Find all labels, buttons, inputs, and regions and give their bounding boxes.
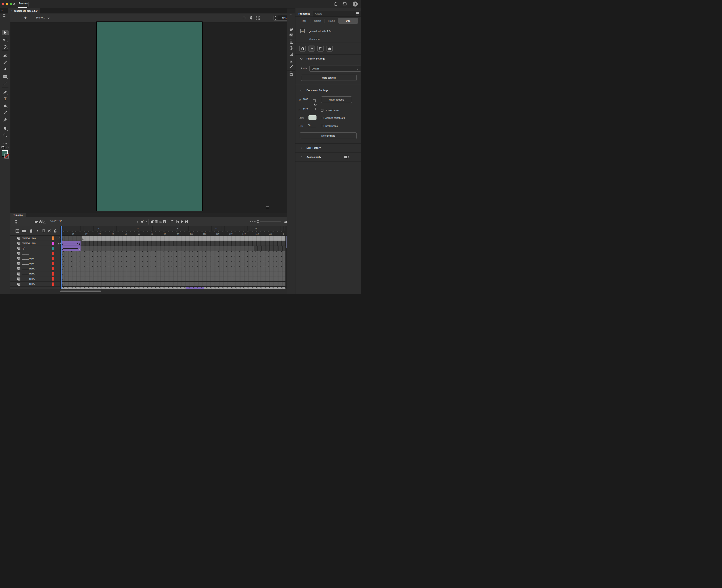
pasteboard[interactable] (10, 22, 287, 213)
document-settings-header[interactable]: Document Settings (306, 89, 328, 92)
frame-span[interactable] (61, 271, 285, 276)
layer-hidden-icon[interactable] (58, 242, 61, 245)
zoom-tool[interactable] (3, 133, 8, 138)
frame-span[interactable] (61, 276, 285, 281)
frame-span[interactable] (186, 287, 204, 289)
rectangle-tool[interactable] (3, 74, 8, 79)
selection-tool[interactable] (2, 30, 9, 35)
new-layer-icon[interactable] (16, 229, 19, 233)
swf-history-chevron-icon[interactable] (300, 147, 303, 149)
accessibility-toggle[interactable] (344, 156, 349, 158)
tab-timeline[interactable]: Timeline (10, 213, 26, 217)
tools-panel-menu-icon[interactable] (3, 14, 5, 17)
accessibility-header[interactable]: Accessibility (306, 156, 321, 158)
timeline-vertical-scrollbar[interactable] (285, 236, 287, 289)
onion-skin-outlines-icon[interactable] (154, 219, 158, 224)
width-input[interactable]: 1080 (303, 98, 311, 101)
layer-name[interactable]: ______copy (22, 257, 34, 260)
library-panel-icon[interactable] (289, 60, 293, 64)
dock-drag-handle-4[interactable] (290, 71, 293, 72)
timeline-zoom-slider-track[interactable] (260, 222, 281, 222)
loop-range-icon[interactable] (162, 219, 167, 224)
onion-skin-icon[interactable] (150, 219, 154, 224)
highlight-column-icon[interactable] (37, 230, 38, 231)
apply-pasteboard-checkbox[interactable] (321, 117, 323, 120)
layer-name[interactable]: ______copy... (22, 273, 35, 275)
track-row[interactable] (61, 241, 285, 246)
tab-assets[interactable]: Assets (312, 11, 325, 17)
height-input[interactable]: 1920 (303, 108, 311, 111)
reset-colors-icon[interactable] (6, 146, 9, 149)
rotate-view-icon[interactable] (249, 16, 253, 20)
scenes-panel-icon[interactable] (289, 72, 293, 77)
track-row[interactable] (61, 281, 285, 287)
text-tool[interactable]: T (3, 97, 8, 102)
more-tools-icon[interactable] (3, 141, 8, 146)
track-row[interactable] (61, 276, 285, 281)
frame-span[interactable] (82, 236, 285, 240)
frame-span[interactable] (61, 251, 285, 256)
dock-drag-handle-2[interactable] (290, 39, 293, 40)
stage-color-swatch[interactable] (309, 115, 317, 120)
frame-rate-value[interactable]: 30.00FPS (50, 220, 59, 223)
timeline-horizontal-scrollbar[interactable] (10, 290, 287, 293)
match-contents-button[interactable]: Match contents (321, 97, 352, 103)
frame-span[interactable] (81, 246, 254, 251)
layer-row[interactable]: narrative_icon (10, 241, 60, 246)
stroke-color-swatch[interactable] (4, 153, 9, 159)
macos-close-button[interactable] (2, 3, 4, 5)
macos-zoom-button[interactable] (10, 3, 12, 5)
track-row[interactable] (61, 251, 285, 256)
layer-view-options-icon[interactable] (14, 219, 18, 224)
layer-row[interactable]: ______copy (10, 256, 60, 261)
properties-panel-menu-icon[interactable] (356, 13, 359, 16)
layer-name[interactable]: narrative_icon (22, 242, 36, 244)
align-panel-icon[interactable] (289, 41, 293, 45)
home-icon[interactable] (13, 2, 16, 6)
classic-brush-tool[interactable] (3, 60, 8, 65)
zoom-stepper[interactable] (274, 15, 277, 21)
hand-tool[interactable] (3, 126, 8, 131)
motion-tween-span[interactable] (61, 246, 81, 251)
macos-minimize-button[interactable] (6, 3, 8, 5)
outline-column-icon[interactable] (43, 229, 44, 232)
frame-span[interactable] (61, 287, 186, 289)
next-keyframe-icon[interactable] (145, 221, 147, 223)
layer-name[interactable]: ______copy... (22, 283, 35, 285)
color-panel-icon[interactable] (289, 27, 293, 31)
layer-name[interactable]: ______copy... (22, 278, 35, 280)
scale-content-checkbox[interactable] (321, 109, 323, 112)
camera-icon[interactable] (34, 219, 39, 224)
publish-settings-chevron-icon[interactable] (300, 58, 303, 60)
context-tab-tool[interactable]: Tool (298, 18, 309, 24)
frame-span[interactable] (61, 256, 285, 261)
info-panel-icon[interactable] (289, 46, 293, 50)
lasso-tool[interactable] (3, 44, 8, 49)
swatches-panel-icon[interactable] (289, 33, 293, 37)
layer-name[interactable]: ______copy... (22, 268, 35, 270)
dock-drag-handle[interactable] (290, 14, 293, 15)
timeline-zoom-out-icon[interactable] (254, 222, 255, 222)
layer-row[interactable]: ______copy... (10, 281, 60, 287)
frame-span[interactable] (61, 236, 82, 240)
track-row[interactable] (61, 266, 285, 271)
keyframe[interactable] (79, 249, 80, 250)
frame-span[interactable] (61, 281, 285, 287)
timeline-zoom-fit-icon[interactable] (283, 219, 288, 224)
layer-hidden-icon[interactable] (58, 237, 61, 239)
context-tab-frame[interactable]: Frame (326, 18, 337, 24)
context-tab-object[interactable]: Object (312, 18, 324, 24)
scale-spans-checkbox[interactable] (321, 125, 323, 127)
layer-row[interactable]: ______copy... (10, 276, 60, 281)
accessibility-chevron-icon[interactable] (300, 156, 303, 158)
keyframe[interactable] (79, 244, 80, 245)
asset-warp-pin-tool[interactable] (3, 117, 8, 122)
swf-history-header[interactable]: SWF History (306, 147, 321, 149)
collapse-left-dock-icon[interactable]: « (1, 9, 3, 12)
frame-span[interactable] (61, 261, 285, 266)
hide-all-layers-icon[interactable] (47, 229, 51, 233)
test-movie-play-button[interactable] (353, 1, 358, 6)
tab-properties[interactable]: Properties (295, 11, 313, 17)
frame-by-frame-span[interactable] (81, 241, 285, 246)
frame-graph-icon[interactable] (42, 219, 46, 224)
